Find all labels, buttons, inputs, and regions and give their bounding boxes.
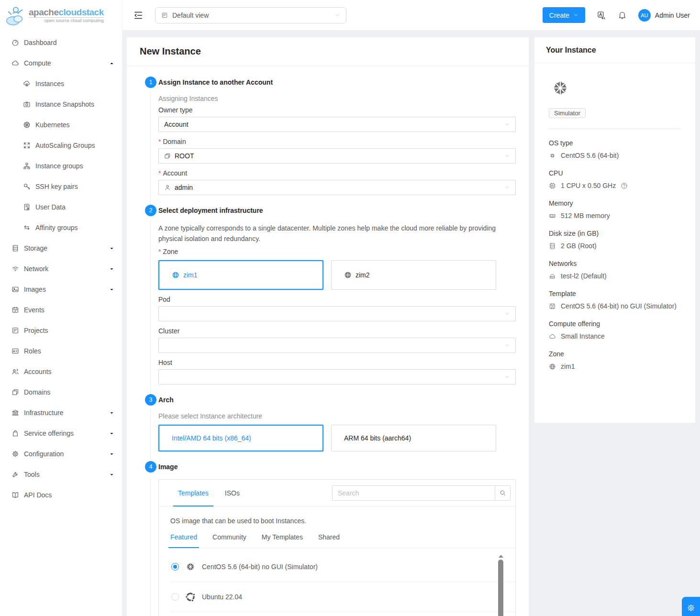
centos-icon xyxy=(549,152,556,159)
owner-type-label: Owner type xyxy=(158,106,516,114)
account-select[interactable]: admin xyxy=(158,180,516,195)
cloudstack-app: apachecloudstack open source cloud compu… xyxy=(0,0,700,616)
pod-label: Pod xyxy=(158,296,516,303)
divider xyxy=(549,129,681,129)
cpu-value-row: 1 CPU x 0.50 GHz xyxy=(549,182,681,189)
disk-size-label: Disk size (in GB) xyxy=(549,230,681,237)
sidebar-item-tools[interactable]: Tools xyxy=(0,465,122,484)
zone-card-zim1[interactable]: zim1 xyxy=(158,260,323,290)
tab-templates[interactable]: Templates xyxy=(178,480,209,506)
user-name[interactable]: Admin User xyxy=(655,11,690,19)
arch-card-x86[interactable]: Intel/AMD 64 bits (x86_64) xyxy=(158,425,323,451)
image-tabbar: Templates ISOs xyxy=(159,480,515,506)
template-value-row: CentOS 5.6 (64-bit) no GUI (Simulator) xyxy=(549,302,681,310)
hypervisor-tag: Simulator xyxy=(549,108,586,118)
view-select[interactable]: Default view xyxy=(155,7,346,23)
sidebar-item-images[interactable]: Images xyxy=(0,280,122,299)
gear-icon xyxy=(687,604,695,612)
centos-logo-icon xyxy=(549,77,572,99)
template-row-centos[interactable]: CentOS 5.6 (64-bit) no GUI (Simulator) xyxy=(170,552,515,582)
summary-header: Your Instance xyxy=(534,37,695,63)
caret-down-icon xyxy=(109,431,114,436)
sidebar-item-instances[interactable]: Instances xyxy=(0,74,122,93)
domain-select[interactable]: ROOT xyxy=(158,148,516,164)
user-avatar[interactable]: AU xyxy=(638,9,651,22)
zone-summary-value-row: zim1 xyxy=(549,363,681,370)
wrench-icon xyxy=(11,471,19,478)
project-settings-fab[interactable] xyxy=(682,597,700,616)
filter-tab-shared[interactable]: Shared xyxy=(318,528,340,548)
sidebar-item-roles[interactable]: Roles xyxy=(0,341,122,361)
globe-icon xyxy=(344,271,352,279)
filter-tab-featured[interactable]: Featured xyxy=(170,528,197,548)
sidebar-item-domains[interactable]: Domains xyxy=(0,383,122,402)
search-button[interactable] xyxy=(495,485,511,501)
key-icon xyxy=(23,183,31,190)
idcard-icon xyxy=(11,347,19,355)
cloud-server-icon xyxy=(23,80,31,88)
create-button[interactable]: Create xyxy=(543,7,585,23)
step-3-badge: 3 xyxy=(145,394,156,406)
template-list-scrollbar[interactable] xyxy=(498,555,504,616)
sidebar-item-instance-snapshots[interactable]: Instance Snapshots xyxy=(0,95,122,114)
radio-unselected[interactable] xyxy=(171,593,179,601)
arch-helper: Please select Instance architecture xyxy=(158,412,516,420)
sidebar-item-autoscaling-groups[interactable]: AutoScaling Groups xyxy=(0,136,122,155)
step-1-title: Assign Instance to another Account xyxy=(158,77,516,88)
sidebar-item-service-offerings[interactable]: Service offerings xyxy=(0,424,122,443)
sidebar-item-compute[interactable]: Compute xyxy=(0,54,122,73)
cloud-icon xyxy=(11,59,19,67)
sidebar-item-storage[interactable]: Storage xyxy=(0,239,122,258)
pod-select[interactable] xyxy=(158,306,516,321)
zone-card-zim2[interactable]: zim2 xyxy=(331,260,496,290)
expand-arrows-icon xyxy=(23,142,31,149)
menu-fold-icon[interactable] xyxy=(133,10,144,21)
template-filter-tabs: Featured Community My Templates Shared xyxy=(170,528,515,548)
caret-down-icon xyxy=(109,451,114,457)
sidebar-item-projects[interactable]: Projects xyxy=(0,321,122,340)
image-tabbox: Templates ISOs OS image that can be used… xyxy=(158,479,516,616)
template-row-ubuntu[interactable]: Ubuntu 22.04 xyxy=(170,582,515,612)
host-select[interactable] xyxy=(158,369,516,385)
step-1-account: 1 Assign Instance to another Account Ass… xyxy=(127,77,516,195)
globe-icon xyxy=(549,363,556,370)
calendar-icon xyxy=(11,306,19,314)
sidebar-item-configuration[interactable]: Configuration xyxy=(0,444,122,463)
assigning-instances-helper: Assigning Instances xyxy=(158,95,516,102)
filter-tab-my-templates[interactable]: My Templates xyxy=(262,528,303,548)
sidebar-item-api-docs[interactable]: API Docs xyxy=(0,485,122,505)
chevron-down-icon xyxy=(573,12,578,18)
cluster-select[interactable] xyxy=(158,338,516,353)
tab-isos[interactable]: ISOs xyxy=(225,480,240,506)
question-circle-icon[interactable] xyxy=(621,182,628,189)
bell-icon[interactable] xyxy=(618,11,627,20)
radio-selected[interactable] xyxy=(171,563,179,571)
sidebar-item-network[interactable]: Network xyxy=(0,259,122,278)
account-label: *Account xyxy=(158,169,516,177)
sidebar-item-events[interactable]: Events xyxy=(0,300,122,319)
sidebar-item-dashboard[interactable]: Dashboard xyxy=(0,33,122,52)
arch-card-arm[interactable]: ARM 64 bits (aarch64) xyxy=(331,425,496,451)
os-image-description: OS image that can be used to boot Instan… xyxy=(170,517,515,525)
template-search-input[interactable] xyxy=(332,485,495,501)
sidebar-item-instance-groups[interactable]: Instance groups xyxy=(0,156,122,176)
sidebar-item-accounts[interactable]: Accounts xyxy=(0,362,122,381)
wizard-body: 1 Assign Instance to another Account Ass… xyxy=(127,66,529,616)
sidebar-item-user-data[interactable]: User Data xyxy=(0,198,122,217)
sidebar: apachecloudstack open source cloud compu… xyxy=(0,0,122,616)
your-instance-card: Your Instance Simulator OS type CentOS 5… xyxy=(534,37,695,423)
sidebar-item-infrastructure[interactable]: Infrastructure xyxy=(0,403,122,422)
translate-icon[interactable] xyxy=(597,11,606,20)
scrollbar-thumb[interactable] xyxy=(498,560,503,616)
filter-tab-community[interactable]: Community xyxy=(212,528,246,548)
sidebar-item-ssh-key-pairs[interactable]: SSH key pairs xyxy=(0,177,122,196)
step-2-title: Select deployment infrastructure xyxy=(158,205,516,216)
scroll-up-arrow-icon[interactable] xyxy=(499,555,503,558)
step-3-arch: 3 Arch Please select Instance architectu… xyxy=(127,394,516,451)
sidebar-item-affinity-groups[interactable]: Affinity groups xyxy=(0,218,122,237)
chevron-down-icon xyxy=(504,185,510,190)
brand-logo[interactable]: apachecloudstack open source cloud compu… xyxy=(0,0,122,31)
owner-type-select[interactable]: Account xyxy=(158,117,516,132)
swap-icon xyxy=(23,224,31,231)
sidebar-item-kubernetes[interactable]: Kubernetes xyxy=(0,115,122,134)
